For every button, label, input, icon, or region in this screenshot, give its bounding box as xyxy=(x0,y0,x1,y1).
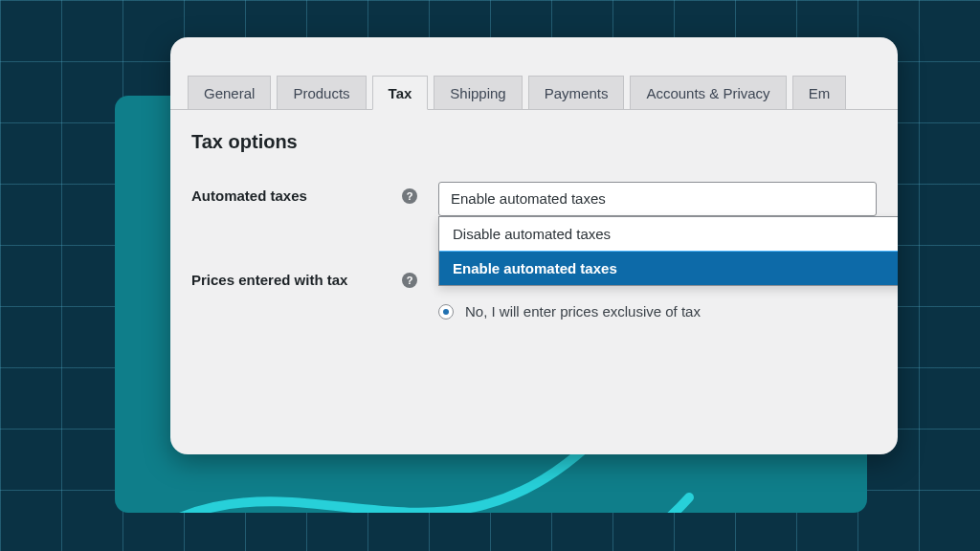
tab-emails[interactable]: Em xyxy=(792,76,847,109)
help-icon[interactable]: ? xyxy=(402,273,417,288)
option-disable-automated-taxes[interactable]: Disable automated taxes xyxy=(439,217,898,251)
tab-payments[interactable]: Payments xyxy=(528,76,625,109)
tab-products[interactable]: Products xyxy=(277,76,366,109)
label-prices-with-tax-text: Prices entered with tax xyxy=(191,272,347,288)
settings-content: Tax options Automated taxes ? Enable aut… xyxy=(170,110,898,320)
row-automated-taxes: Automated taxes ? Enable automated taxes… xyxy=(191,182,877,216)
help-icon[interactable]: ? xyxy=(402,188,417,204)
tab-general[interactable]: General xyxy=(188,76,271,109)
radio-dot-icon xyxy=(438,304,454,320)
tab-shipping[interactable]: Shipping xyxy=(434,76,522,109)
tab-accounts-privacy[interactable]: Accounts & Privacy xyxy=(630,76,786,109)
radio-prices-exclusive-label: No, I will enter prices exclusive of tax xyxy=(465,303,701,320)
automated-taxes-dropdown: Disable automated taxes Enable automated… xyxy=(438,216,898,286)
field-automated-taxes: Enable automated taxes Disable automated… xyxy=(417,182,877,216)
tab-tax[interactable]: Tax xyxy=(372,76,429,110)
label-automated-taxes-text: Automated taxes xyxy=(191,187,307,204)
radio-prices-exclusive[interactable]: No, I will enter prices exclusive of tax xyxy=(438,303,877,320)
section-title: Tax options xyxy=(191,131,877,153)
settings-panel: General Products Tax Shipping Payments A… xyxy=(170,37,898,454)
automated-taxes-selected-value[interactable]: Enable automated taxes xyxy=(438,182,877,216)
settings-tabs: General Products Tax Shipping Payments A… xyxy=(170,37,898,110)
label-automated-taxes: Automated taxes ? xyxy=(191,182,417,204)
label-prices-with-tax: Prices entered with tax ? xyxy=(191,266,417,288)
option-enable-automated-taxes[interactable]: Enable automated taxes xyxy=(439,251,898,285)
automated-taxes-select[interactable]: Enable automated taxes Disable automated… xyxy=(438,182,877,216)
